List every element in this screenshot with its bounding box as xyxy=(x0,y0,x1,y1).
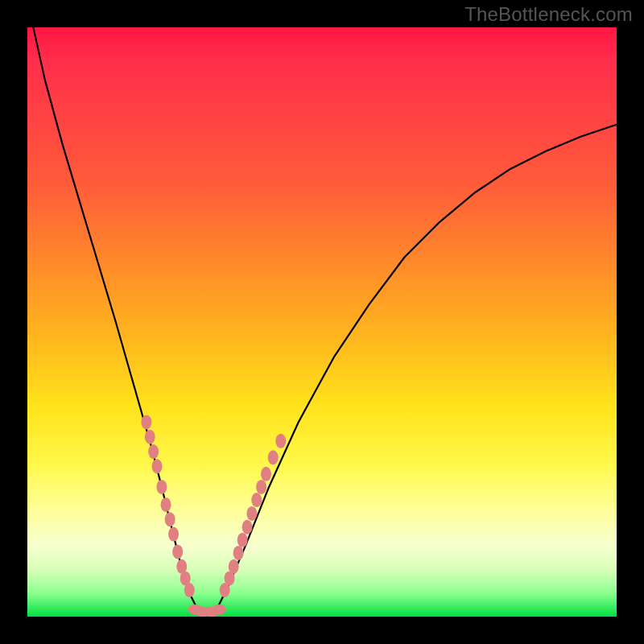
marker-dot xyxy=(229,559,239,574)
marker-dot xyxy=(145,430,155,444)
marker-dot xyxy=(141,415,151,429)
marker-dot xyxy=(165,512,175,526)
marker-dot xyxy=(168,527,179,542)
plot-area xyxy=(27,27,617,617)
marker-dot xyxy=(172,544,183,559)
marker-dot xyxy=(275,434,286,448)
chart-overlay xyxy=(27,27,617,617)
marker-dot xyxy=(242,520,253,535)
outer-frame: TheBottleneck.com xyxy=(0,0,644,644)
marker-dot xyxy=(268,450,279,464)
marker-dot xyxy=(251,493,262,507)
marker-dot xyxy=(237,533,248,547)
v-curve-line xyxy=(33,27,617,617)
marker-dot xyxy=(246,506,257,521)
marker-dot xyxy=(156,480,167,494)
marker-dot xyxy=(212,605,226,615)
marker-dot xyxy=(161,497,171,512)
marker-dot xyxy=(184,583,195,597)
marker-dot xyxy=(152,459,163,473)
watermark-text: TheBottleneck.com xyxy=(464,3,633,26)
marker-dot xyxy=(233,546,244,560)
marker-dots xyxy=(141,415,286,617)
marker-dot xyxy=(261,467,271,481)
marker-dot xyxy=(148,444,159,459)
marker-dot xyxy=(256,480,266,494)
